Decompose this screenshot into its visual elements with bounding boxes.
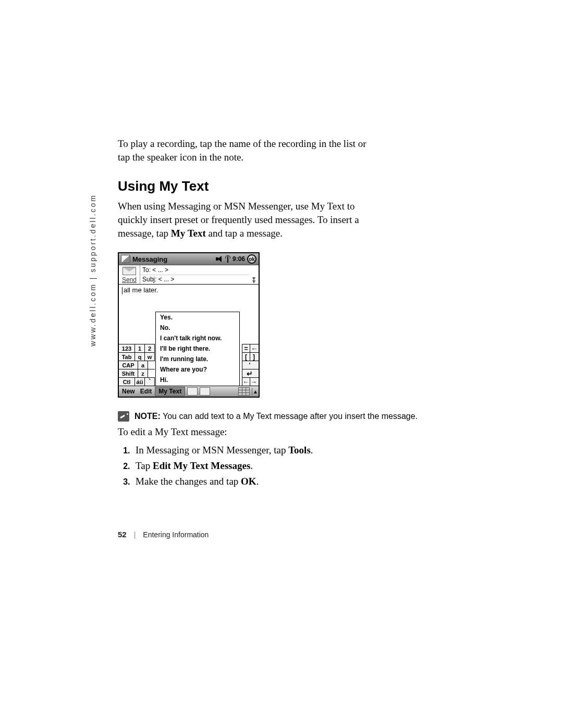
key-shift[interactable]: Shift <box>119 369 138 377</box>
text-caret <box>122 287 123 294</box>
key-right-arrow[interactable]: → <box>250 378 258 386</box>
section-heading: Using My Text <box>118 178 483 194</box>
step1-pre: In Messaging or MSN Messenger, tap <box>136 445 288 455</box>
note-text: NOTE: You can add text to a My Text mess… <box>134 411 418 422</box>
key-123[interactable]: 123 <box>119 344 135 352</box>
compose-left-col: Send <box>119 265 140 284</box>
key-bracket-open[interactable]: [ <box>242 353 250 361</box>
subject-field[interactable]: Subj: < ... > <box>140 275 249 285</box>
key-return[interactable]: ↵ <box>242 369 257 377</box>
footer-separator: | <box>134 530 136 539</box>
step1-post: . <box>311 445 313 455</box>
steps-list: In Messaging or MSN Messenger, tap Tools… <box>118 442 483 490</box>
key-left-arrow[interactable]: ← <box>242 378 250 386</box>
popup-item[interactable]: I'll be right there. <box>156 343 239 354</box>
note-pencil-icon <box>118 411 129 422</box>
popup-item[interactable]: Yes. <box>156 312 239 323</box>
popup-item[interactable]: I'm running late. <box>156 354 239 364</box>
key-1[interactable]: 1 <box>135 344 145 352</box>
toolbar-icon-2[interactable] <box>200 387 210 396</box>
footer-section: Entering Information <box>143 530 209 539</box>
envelope-icon[interactable] <box>119 265 140 276</box>
soft-keyboard-left: 123 1 2 Tab q w CAP a Shift z <box>119 344 155 386</box>
key-bracket-close[interactable]: ] <box>250 353 258 361</box>
antenna-icon[interactable] <box>225 255 230 263</box>
body-text: all me later. <box>124 286 158 294</box>
soft-keyboard-right: = ← [ ] ' ↵ ← → <box>242 344 259 386</box>
key-cap[interactable]: CAP <box>119 361 138 369</box>
device-screenshot: Messaging 9:06 ok Send To: < ... > Subj:… <box>118 252 260 398</box>
menu-mytext[interactable]: My Text <box>155 387 185 396</box>
popup-item[interactable]: I can't talk right now. <box>156 333 239 343</box>
speaker-icon[interactable] <box>216 255 223 263</box>
page-footer: 52 | Entering Information <box>118 530 209 539</box>
step2-post: . <box>250 460 253 471</box>
key-q[interactable]: q <box>135 353 145 361</box>
para2-bold: My Text <box>171 228 206 239</box>
key-accents[interactable]: áü <box>135 378 145 386</box>
compose-header: Send To: < ... > Subj: < ... > ▾▾ <box>119 265 259 285</box>
step3-pre: Make the changes and tap <box>136 476 241 487</box>
intro-paragraph: To play a recording, tap the name of the… <box>118 137 368 164</box>
double-chevron-down-icon: ▾▾ <box>252 277 255 283</box>
key-equals[interactable]: = <box>242 344 250 352</box>
popup-item[interactable]: Hi. <box>156 375 239 385</box>
sip-keyboard-icon[interactable] <box>238 387 250 396</box>
compose-fields: To: < ... > Subj: < ... > <box>140 265 249 284</box>
key-z[interactable]: z <box>138 369 148 377</box>
note-body: You can add text to a My Text message af… <box>161 412 418 421</box>
step3-bold: OK <box>241 476 256 487</box>
step3-post: . <box>256 476 259 487</box>
page-content: To play a recording, tap the name of the… <box>118 137 483 490</box>
key-a[interactable]: a <box>138 361 148 369</box>
mytext-popup: Yes. No. I can't talk right now. I'll be… <box>155 312 240 386</box>
note-label: NOTE: <box>134 412 161 421</box>
note-block: NOTE: You can add text to a My Text mess… <box>118 411 483 422</box>
step-2: Tap Edit My Text Messages. <box>132 458 483 474</box>
ok-button[interactable]: ok <box>247 254 256 264</box>
step1-bold: Tools <box>288 445 311 455</box>
popup-item[interactable]: Goodbye. <box>156 385 239 386</box>
key-w[interactable]: w <box>145 353 155 361</box>
section-paragraph: When using Messaging or MSN Messenger, u… <box>118 200 368 240</box>
key-ctl[interactable]: Ctl <box>119 378 135 386</box>
popup-item[interactable]: No. <box>156 323 239 333</box>
key-2[interactable]: 2 <box>145 344 155 352</box>
sip-up-arrow-icon[interactable]: ▲ <box>252 388 259 395</box>
key-backspace[interactable]: ← <box>250 344 259 352</box>
step2-bold: Edit My Text Messages <box>153 460 250 471</box>
expand-fields[interactable]: ▾▾ <box>249 265 259 284</box>
edit-intro: To edit a My Text message: <box>118 425 483 439</box>
key-apostrophe[interactable]: ' <box>242 361 257 369</box>
to-field[interactable]: To: < ... > <box>140 265 249 275</box>
send-link[interactable]: Send <box>119 276 140 284</box>
step2-pre: Tap <box>136 460 153 471</box>
menu-new[interactable]: New <box>120 388 137 395</box>
app-title: Messaging <box>132 255 214 263</box>
key-tab[interactable]: Tab <box>119 353 135 361</box>
bottom-toolbar: New Edit My Text ▲ <box>119 386 259 397</box>
message-body[interactable]: all me later. Yes. No. I can't talk righ… <box>119 285 259 386</box>
page-number: 52 <box>118 530 127 539</box>
step-1: In Messaging or MSN Messenger, tap Tools… <box>132 442 483 458</box>
clock: 9:06 <box>232 255 245 263</box>
toolbar-icon-1[interactable] <box>187 387 198 396</box>
key-grave[interactable]: ` <box>145 378 155 386</box>
titlebar: Messaging 9:06 ok <box>119 253 259 265</box>
side-url-text: www.dell.com | support.dell.com <box>89 194 97 347</box>
menu-edit[interactable]: Edit <box>138 388 154 395</box>
step-3: Make the changes and tap OK. <box>132 474 483 489</box>
para2-post: and tap a message. <box>206 228 283 239</box>
start-icon[interactable] <box>121 255 130 263</box>
popup-item[interactable]: Where are you? <box>156 364 239 375</box>
